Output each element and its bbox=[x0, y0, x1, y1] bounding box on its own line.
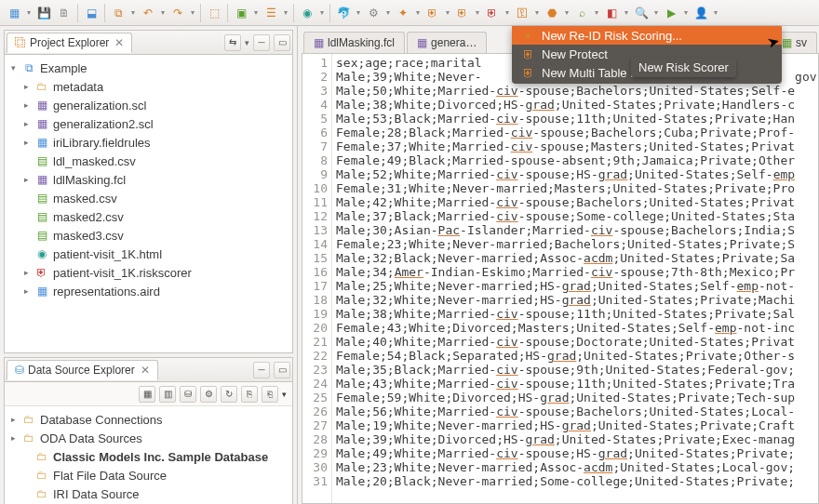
shield2-icon[interactable]: ⛨ bbox=[452, 3, 473, 23]
chevron-down-icon[interactable]: ▾ bbox=[317, 8, 327, 17]
code-line[interactable]: Male;40;White;Married-civ-spouse;Doctora… bbox=[336, 335, 818, 349]
code-line[interactable]: Female;59;White;Divorced;HS-grad;United-… bbox=[336, 391, 818, 405]
tree-row[interactable]: 🗀IRI Data Source bbox=[8, 484, 289, 503]
code-line[interactable]: Male;39;White;Divorced;HS-grad;United-St… bbox=[336, 432, 818, 446]
code-line[interactable]: Male;35;Black;Married-civ-spouse;9th;Uni… bbox=[336, 363, 818, 377]
code-line[interactable]: Female;23;White;Never-married;Bachelors;… bbox=[336, 237, 818, 251]
chevron-down-icon[interactable]: ▾ bbox=[503, 8, 512, 17]
chevron-down-icon[interactable]: ▾ bbox=[188, 8, 197, 17]
code-line[interactable]: Male;43;White;Married-civ-spouse;11th;Un… bbox=[336, 377, 818, 391]
tree-row[interactable]: 🗀Flat File Data Source bbox=[8, 466, 289, 484]
maximize-icon[interactable]: ▭ bbox=[274, 362, 290, 378]
dropdown-item[interactable]: ✦New Re-ID Risk Scoring... bbox=[512, 26, 782, 45]
code-area[interactable]: sex;age;race;maritalMale;39;White;Never-… bbox=[334, 54, 818, 503]
shield3-icon[interactable]: ⛨ bbox=[482, 3, 503, 23]
chevron-down-icon[interactable]: ▾ bbox=[592, 8, 601, 17]
code-line[interactable]: Male;20;Black;Never-married;Some-college… bbox=[336, 474, 818, 488]
save-icon[interactable]: 💾 bbox=[34, 3, 54, 23]
open-type-icon[interactable]: ⬚ bbox=[204, 3, 224, 23]
code-line[interactable]: Male;53;Black;Married-civ-spouse;11th;Un… bbox=[336, 112, 818, 126]
save-all-icon[interactable]: 🗎 bbox=[54, 3, 74, 23]
tree-row[interactable]: 🗀Classic Models Inc. Sample Database bbox=[8, 447, 289, 466]
wizard-icon[interactable]: ✦ bbox=[393, 3, 413, 23]
chevron-down-icon[interactable]: ▾ bbox=[128, 8, 138, 17]
chevron-down-icon[interactable]: ▾ bbox=[383, 8, 393, 17]
chevron-down-icon[interactable]: ▾ bbox=[711, 8, 720, 17]
editor-tab[interactable]: ▦ldlMasking.fcl bbox=[303, 32, 405, 53]
tree-row[interactable]: ◉patient-visit_1K.html bbox=[8, 245, 289, 263]
view-menu-icon[interactable]: ▾ bbox=[245, 38, 249, 47]
globe-icon[interactable]: ◉ bbox=[297, 3, 317, 23]
tree-row[interactable]: ▸▦ldlMasking.fcl bbox=[8, 170, 289, 189]
code-line[interactable]: Male;42;White;Married-civ-spouse;Bachelo… bbox=[336, 195, 818, 209]
tree-row[interactable]: ▤masked.csv bbox=[8, 189, 289, 207]
chevron-down-icon[interactable]: ▾ bbox=[681, 8, 691, 17]
scope-icon[interactable]: ⌕ bbox=[571, 3, 592, 23]
code-line[interactable]: Male;37;Black;Married-civ-spouse;Some-co… bbox=[336, 209, 818, 223]
code-line[interactable]: Male;38;White;Married-civ-spouse;11th;Un… bbox=[336, 307, 818, 321]
close-icon[interactable]: ✕ bbox=[114, 36, 124, 49]
code-line[interactable]: Male;34;Amer-Indian-Eskimo;Married-civ-s… bbox=[336, 265, 818, 279]
minimize-icon[interactable]: ─ bbox=[253, 362, 270, 378]
chevron-down-icon[interactable]: ▾ bbox=[251, 8, 261, 17]
cylinder-icon[interactable]: ⬣ bbox=[542, 3, 562, 23]
tree-row[interactable]: ▸🗀Database Connections bbox=[8, 410, 289, 429]
dse-btn-7[interactable]: ⎗ bbox=[262, 386, 278, 403]
code-line[interactable]: Male;19;White;Never-married;HS-grad;Unit… bbox=[336, 418, 818, 432]
dse-btn-6[interactable]: ⎘ bbox=[241, 386, 258, 403]
code-line[interactable]: Male;30;Asian-Pac-Islander;Married-civ-s… bbox=[336, 223, 818, 237]
code-line[interactable]: Male;56;White;Married-civ-spouse;Bachelo… bbox=[336, 405, 818, 418]
tree-row[interactable]: ▸🗀ODA Data Sources bbox=[8, 429, 289, 447]
code-line[interactable]: Female;31;White;Never-married;Masters;Un… bbox=[336, 181, 818, 195]
code-line[interactable]: Male;23;White;Never-married;Assoc-acdm;U… bbox=[336, 460, 818, 474]
tree-row[interactable]: ▸▦iriLibrary.fieldrules bbox=[8, 133, 289, 152]
gear-icon[interactable]: ⚙ bbox=[363, 3, 383, 23]
project-explorer-tab[interactable]: ⿻ Project Explorer ✕ bbox=[7, 33, 132, 53]
key-icon[interactable]: ⚿ bbox=[512, 3, 532, 23]
editor-body[interactable]: 1234567891011121314151617181920212223242… bbox=[302, 54, 819, 504]
redo-icon[interactable]: ↷ bbox=[168, 3, 188, 23]
dse-btn-5[interactable]: ↻ bbox=[221, 386, 237, 403]
search-icon[interactable]: 🔍 bbox=[631, 3, 651, 23]
play-icon[interactable]: ▶ bbox=[661, 3, 681, 23]
chevron-down-icon[interactable]: ▾ bbox=[443, 8, 452, 17]
tree-root[interactable]: ▾⧉Example bbox=[8, 59, 289, 77]
run-icon[interactable]: ▣ bbox=[231, 3, 251, 23]
dse-btn-2[interactable]: ▥ bbox=[159, 386, 176, 403]
chevron-down-icon[interactable]: ▾ bbox=[158, 8, 168, 17]
code-line[interactable]: Male;52;White;Married-civ-spouse;HS-grad… bbox=[336, 167, 818, 181]
chevron-down-icon[interactable]: ▾ bbox=[532, 8, 542, 17]
dse-btn-4[interactable]: ⚙ bbox=[200, 386, 217, 403]
code-line[interactable]: Male;50;White;Married-civ-spouse;Bachelo… bbox=[336, 84, 818, 98]
minimize-icon[interactable]: ─ bbox=[253, 34, 270, 51]
tree-row[interactable]: ▸🗀metadata bbox=[8, 77, 289, 96]
tree-row[interactable]: ▤masked2.csv bbox=[8, 207, 289, 226]
code-line[interactable]: Female;43;White;Divorced;Masters;United-… bbox=[336, 321, 818, 335]
code-line[interactable]: Female;49;Black;Married-spouse-absent;9t… bbox=[336, 153, 818, 167]
close-icon[interactable]: ✕ bbox=[141, 364, 150, 377]
view-menu-icon[interactable]: ▾ bbox=[282, 390, 287, 399]
chevron-down-icon[interactable]: ▾ bbox=[651, 8, 661, 17]
binary-icon[interactable]: ⬓ bbox=[81, 3, 101, 23]
tree-row[interactable]: ▸⛨patient-visit_1K.riskscorer bbox=[8, 263, 289, 282]
chevron-down-icon[interactable]: ▾ bbox=[473, 8, 482, 17]
dse-btn-3[interactable]: ⛁ bbox=[180, 386, 196, 403]
chevron-down-icon[interactable]: ▾ bbox=[281, 8, 290, 17]
code-line[interactable]: Female;37;White;Married-civ-spouse;Maste… bbox=[336, 139, 818, 153]
code-line[interactable]: Female;54;Black;Separated;HS-grad;United… bbox=[336, 349, 818, 363]
outline-icon[interactable]: ⧉ bbox=[108, 3, 128, 23]
debug-tool-icon[interactable]: ☰ bbox=[261, 3, 281, 23]
maximize-icon[interactable]: ▭ bbox=[274, 34, 290, 51]
tree-row[interactable]: ▸▦generalization.scl bbox=[8, 96, 289, 114]
chevron-down-icon[interactable]: ▾ bbox=[24, 8, 34, 17]
chevron-down-icon[interactable]: ▾ bbox=[562, 8, 571, 17]
code-line[interactable]: Male;25;White;Never-married;HS-grad;Unit… bbox=[336, 279, 818, 293]
link-editor-icon[interactable]: ⇆ bbox=[224, 34, 241, 51]
code-line[interactable]: Female;28;Black;Married-civ-spouse;Bache… bbox=[336, 126, 818, 139]
tree-row[interactable]: ▸▦generalization2.scl bbox=[8, 114, 289, 133]
chevron-down-icon[interactable]: ▾ bbox=[413, 8, 423, 17]
chevron-down-icon[interactable]: ▾ bbox=[622, 8, 631, 17]
chevron-down-icon[interactable]: ▾ bbox=[354, 8, 363, 17]
shield1-icon[interactable]: ⛨ bbox=[423, 3, 443, 23]
undo-icon[interactable]: ↶ bbox=[138, 3, 158, 23]
